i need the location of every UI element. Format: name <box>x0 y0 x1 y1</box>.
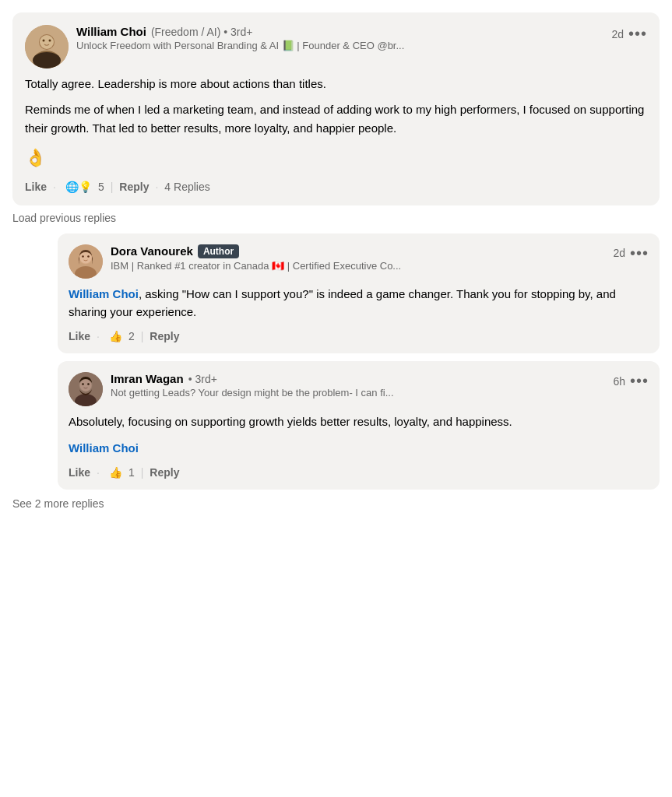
dora-subtitle: IBM | Ranked #1 creator in Canada 🇨🇦 | C… <box>111 260 401 272</box>
svg-point-11 <box>82 255 84 258</box>
william-separator-3: · <box>155 181 158 193</box>
dora-mention-william[interactable]: William Choi <box>69 287 139 300</box>
imran-actions: Like · 👍 1 | Reply <box>69 466 649 479</box>
svg-point-12 <box>87 255 90 258</box>
william-header-left: William Choi (Freedom / AI) • 3rd+ Unloc… <box>25 25 404 68</box>
dora-body-text: William Choi, asking "How can I support … <box>69 285 649 321</box>
imran-reply-card: Imran Wagan • 3rd+ Not getting Leads? Yo… <box>58 361 660 490</box>
william-name[interactable]: William Choi <box>76 25 146 38</box>
dora-separator-1: · <box>97 330 100 342</box>
imran-like-button[interactable]: Like <box>69 466 90 479</box>
dora-more-menu[interactable]: ••• <box>630 244 649 262</box>
dora-time-menu: 2d ••• <box>613 244 649 262</box>
dora-separator-2: | <box>141 330 144 342</box>
imran-timestamp: 6h <box>613 375 625 388</box>
william-subtitle: Unlock Freedom with Personal Branding & … <box>76 40 404 51</box>
imran-name[interactable]: Imran Wagan <box>111 372 184 385</box>
dora-body-main: , asking "How can I support you?" is ind… <box>69 287 616 318</box>
imran-reaction-count: 1 <box>128 466 135 479</box>
svg-point-16 <box>80 380 92 391</box>
svg-point-4 <box>43 40 45 42</box>
william-actions: Like · 🌐💡 5 | Reply · 4 Replies <box>25 181 647 193</box>
william-separator-1: · <box>53 181 56 193</box>
imran-mention-william[interactable]: William Choi <box>69 441 139 455</box>
dora-name-row: Dora Vanourek Author <box>111 244 401 258</box>
william-name-row: William Choi (Freedom / AI) • 3rd+ <box>76 25 404 38</box>
william-comment-card: William Choi (Freedom / AI) • 3rd+ Unloc… <box>12 12 660 205</box>
william-more-menu[interactable]: ••• <box>628 25 647 43</box>
william-like-button[interactable]: Like <box>25 181 47 193</box>
william-reaction-count: 5 <box>98 181 104 193</box>
william-avatar[interactable] <box>25 25 69 68</box>
imran-comment-header: Imran Wagan • 3rd+ Not getting Leads? Yo… <box>69 372 649 406</box>
imran-more-menu[interactable]: ••• <box>630 372 649 390</box>
svg-point-10 <box>80 251 92 263</box>
imran-separator-2: | <box>141 466 144 479</box>
dora-reply-card: Dora Vanourek Author IBM | Ranked #1 cre… <box>58 233 660 354</box>
svg-point-5 <box>49 40 51 42</box>
dora-name[interactable]: Dora Vanourek <box>111 244 193 258</box>
dora-reply-button[interactable]: Reply <box>150 330 179 342</box>
imran-comment-body: Absolutely, focusing on supporting growt… <box>69 413 649 457</box>
dora-comment-header: Dora Vanourek Author IBM | Ranked #1 cre… <box>69 244 649 279</box>
dora-comment-body: William Choi, asking "How can I support … <box>69 285 649 321</box>
william-comment-body: Totally agree. Leadership is more about … <box>25 75 647 171</box>
william-comment-header: William Choi (Freedom / AI) • 3rd+ Unloc… <box>25 25 647 68</box>
william-reaction-icons: 🌐💡 <box>65 181 92 193</box>
dora-author-badge: Author <box>198 244 239 258</box>
imran-header-left: Imran Wagan • 3rd+ Not getting Leads? Yo… <box>69 372 394 406</box>
dora-author-info: Dora Vanourek Author IBM | Ranked #1 cre… <box>111 244 401 272</box>
william-body-para-1: Totally agree. Leadership is more about … <box>25 75 647 93</box>
william-body-para-2: Reminds me of when I led a marketing tea… <box>25 100 647 137</box>
william-separator-2: | <box>111 181 114 193</box>
dora-reaction-count: 2 <box>128 330 135 342</box>
imran-separator-1: · <box>97 466 100 479</box>
william-author-info: William Choi (Freedom / AI) • 3rd+ Unloc… <box>76 25 404 51</box>
william-time-menu: 2d ••• <box>611 25 647 43</box>
imran-meta: • 3rd+ <box>188 373 217 385</box>
imran-body-main: Absolutely, focusing on supporting growt… <box>69 413 649 430</box>
svg-point-18 <box>87 384 90 386</box>
svg-rect-6 <box>33 52 61 68</box>
see-more-replies[interactable]: See 2 more replies <box>12 497 660 510</box>
dora-avatar[interactable] <box>69 244 103 279</box>
imran-time-menu: 6h ••• <box>613 372 649 390</box>
william-reply-button[interactable]: Reply <box>119 181 149 193</box>
william-timestamp: 2d <box>611 28 624 40</box>
william-emoji: 👌 <box>25 145 647 171</box>
svg-point-3 <box>40 35 54 49</box>
imran-author-info: Imran Wagan • 3rd+ Not getting Leads? Yo… <box>111 372 394 398</box>
imran-name-row: Imran Wagan • 3rd+ <box>111 372 394 385</box>
load-previous-replies[interactable]: Load previous replies <box>12 212 660 224</box>
dora-reaction-icons: 👍 <box>109 330 122 342</box>
imran-reaction-icons: 👍 <box>109 466 122 479</box>
dora-timestamp: 2d <box>613 247 625 259</box>
william-replies-count[interactable]: 4 Replies <box>164 181 209 193</box>
dora-header-left: Dora Vanourek Author IBM | Ranked #1 cre… <box>69 244 401 279</box>
dora-actions: Like · 👍 2 | Reply <box>69 330 649 342</box>
svg-point-17 <box>82 384 84 386</box>
dora-like-button[interactable]: Like <box>69 330 90 342</box>
replies-section: Dora Vanourek Author IBM | Ranked #1 cre… <box>58 233 660 490</box>
william-meta: (Freedom / AI) • 3rd+ <box>151 26 253 38</box>
imran-reply-button[interactable]: Reply <box>150 466 179 479</box>
imran-mention-section: William Choi <box>69 439 649 457</box>
imran-avatar[interactable] <box>69 372 103 406</box>
imran-subtitle: Not getting Leads? Your design might be … <box>111 387 394 398</box>
